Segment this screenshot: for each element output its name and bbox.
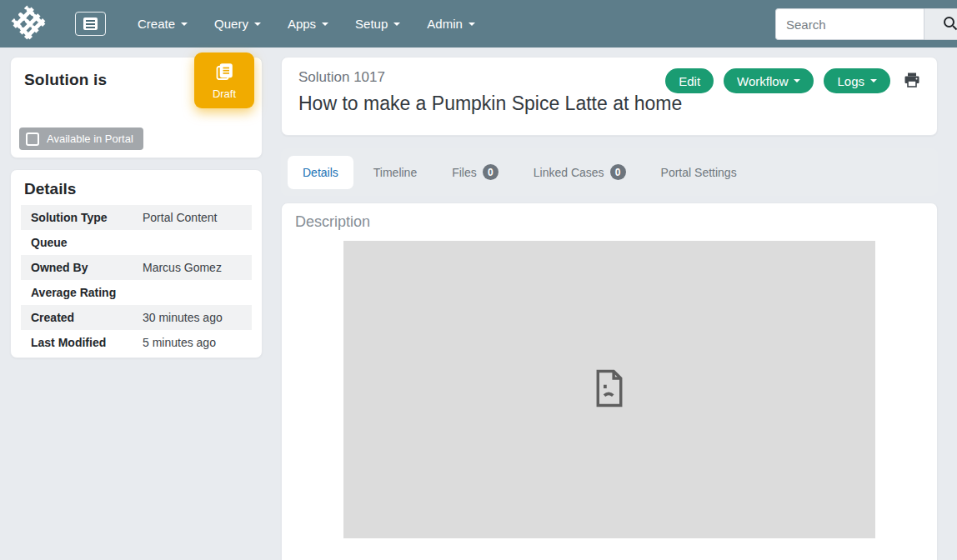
- caret-down-icon: [181, 22, 188, 26]
- row-value: 5 minutes ago: [143, 336, 216, 349]
- tab-label: Portal Settings: [661, 166, 737, 179]
- journals-icon: [214, 62, 234, 84]
- row-label: Queue: [21, 236, 143, 249]
- row-label: Owned By: [21, 261, 143, 274]
- tabs-bar: Details Timeline Files 0 Linked Cases 0 …: [281, 148, 938, 196]
- files-count-badge: 0: [483, 164, 499, 180]
- nav-item-label: Admin: [427, 17, 463, 31]
- print-button[interactable]: [900, 70, 924, 92]
- draft-label: Draft: [213, 88, 236, 100]
- nav-item-setup[interactable]: Setup: [342, 8, 413, 39]
- top-navbar: Create Query Apps Setup Admin: [0, 0, 957, 48]
- solution-status-card: Solution is Draft Available in Portal: [10, 57, 263, 158]
- table-row: Solution Type Portal Content: [21, 205, 252, 230]
- main-column: Solution 1017 How to make a Pumpkin Spic…: [281, 48, 938, 560]
- details-table: Solution Type Portal Content Queue Owned…: [21, 205, 252, 355]
- broken-image-placeholder: [343, 241, 875, 538]
- hamburger-list-icon: [83, 18, 98, 30]
- owned-by-link[interactable]: Marcus Gomez: [143, 261, 222, 274]
- primary-nav: Create Query Apps Setup Admin: [124, 8, 489, 39]
- row-label: Created: [21, 311, 143, 324]
- logs-label: Logs: [837, 74, 864, 88]
- tab-files[interactable]: Files 0: [437, 154, 514, 190]
- search-input[interactable]: [775, 8, 924, 40]
- tab-portal-settings[interactable]: Portal Settings: [646, 156, 752, 189]
- caret-down-icon: [870, 79, 877, 82]
- tab-linked-cases[interactable]: Linked Cases 0: [519, 154, 641, 190]
- table-row: Average Rating: [21, 280, 252, 305]
- details-card-title: Details: [11, 178, 262, 205]
- table-row: Created 30 minutes ago: [21, 305, 252, 330]
- row-value: Portal Content: [143, 211, 218, 224]
- brand-logo[interactable]: [8, 4, 48, 44]
- table-row: Queue: [21, 230, 252, 255]
- global-search: [775, 8, 957, 40]
- nav-item-create[interactable]: Create: [124, 8, 201, 39]
- page-title: How to make a Pumpkin Spice Latte at hom…: [298, 92, 920, 115]
- sidebar: Solution is Draft Available in Portal: [10, 48, 263, 358]
- nav-item-label: Apps: [288, 17, 316, 31]
- solution-header-card: Solution 1017 How to make a Pumpkin Spic…: [281, 57, 938, 136]
- row-label: Solution Type: [21, 211, 143, 224]
- row-value: 30 minutes ago: [143, 311, 223, 324]
- table-row: Owned By Marcus Gomez: [21, 255, 252, 280]
- edit-button[interactable]: Edit: [665, 68, 714, 93]
- nav-item-admin[interactable]: Admin: [413, 8, 489, 39]
- logs-dropdown-button[interactable]: Logs: [824, 68, 890, 93]
- linked-cases-count-badge: 0: [610, 164, 626, 180]
- nav-item-label: Query: [214, 17, 248, 31]
- tab-details[interactable]: Details: [288, 156, 353, 189]
- caret-down-icon: [393, 22, 400, 26]
- broken-file-icon: [592, 368, 627, 412]
- nav-item-label: Setup: [355, 17, 388, 31]
- sidebar-toggle-button[interactable]: [75, 12, 106, 36]
- tab-label: Linked Cases: [534, 166, 604, 179]
- caret-down-icon: [322, 22, 328, 26]
- workflow-label: Workflow: [737, 74, 788, 88]
- tab-label: Files: [452, 166, 477, 179]
- draft-status-button[interactable]: Draft: [194, 52, 254, 108]
- nav-item-label: Create: [138, 17, 175, 31]
- search-button[interactable]: [924, 8, 957, 40]
- magnifier-icon: [943, 16, 957, 33]
- table-row: Last Modified 5 minutes ago: [21, 330, 252, 355]
- caret-down-icon: [794, 79, 800, 82]
- nav-item-query[interactable]: Query: [201, 8, 274, 39]
- header-actions: Edit Workflow Logs: [665, 68, 924, 93]
- row-label: Average Rating: [21, 286, 143, 299]
- nav-item-apps[interactable]: Apps: [274, 8, 342, 39]
- tab-timeline[interactable]: Timeline: [358, 156, 432, 189]
- checkbox-icon: [26, 132, 39, 146]
- available-in-portal-toggle[interactable]: Available in Portal: [19, 128, 143, 150]
- caret-down-icon: [254, 22, 261, 26]
- tab-label: Timeline: [373, 166, 417, 179]
- portal-toggle-label: Available in Portal: [47, 132, 133, 145]
- tab-label: Details: [303, 166, 338, 179]
- row-label: Last Modified: [21, 336, 143, 349]
- workflow-dropdown-button[interactable]: Workflow: [724, 68, 814, 93]
- caret-down-icon: [468, 22, 475, 26]
- description-label: Description: [295, 213, 924, 231]
- page-content: Solution is Draft Available in Portal: [0, 48, 957, 560]
- details-card: Details Solution Type Portal Content Que…: [10, 169, 263, 358]
- printer-icon: [902, 70, 922, 92]
- woven-knot-icon: [9, 3, 48, 45]
- description-card: Description: [281, 202, 938, 560]
- edit-label: Edit: [679, 74, 700, 88]
